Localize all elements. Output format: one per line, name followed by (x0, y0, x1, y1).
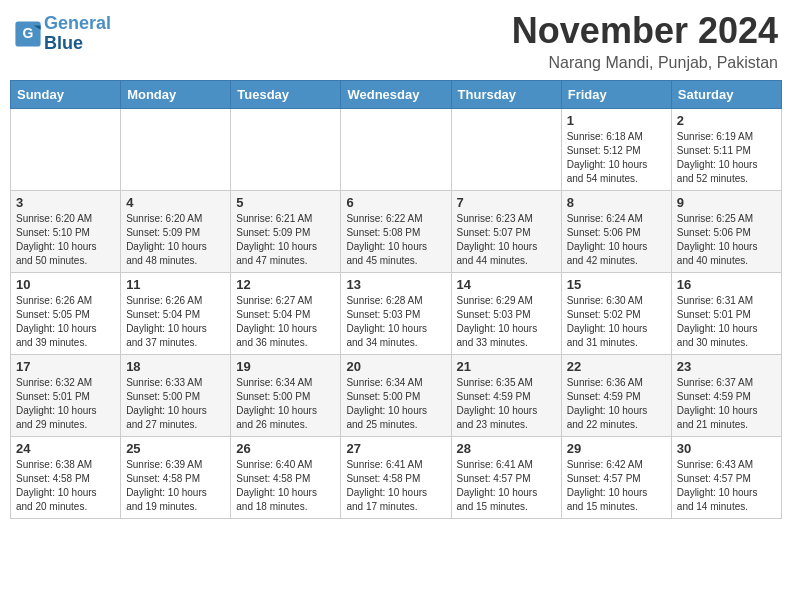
day-number: 13 (346, 277, 445, 292)
day-number: 6 (346, 195, 445, 210)
calendar-cell (121, 109, 231, 191)
weekday-header-cell: Thursday (451, 81, 561, 109)
calendar-cell: 14Sunrise: 6:29 AM Sunset: 5:03 PM Dayli… (451, 273, 561, 355)
day-info: Sunrise: 6:35 AM Sunset: 4:59 PM Dayligh… (457, 376, 556, 432)
calendar-cell (451, 109, 561, 191)
weekday-header-cell: Tuesday (231, 81, 341, 109)
location-subtitle: Narang Mandi, Punjab, Pakistan (512, 54, 778, 72)
day-number: 3 (16, 195, 115, 210)
day-number: 25 (126, 441, 225, 456)
day-number: 16 (677, 277, 776, 292)
day-number: 1 (567, 113, 666, 128)
weekday-header-cell: Saturday (671, 81, 781, 109)
calendar-cell: 28Sunrise: 6:41 AM Sunset: 4:57 PM Dayli… (451, 437, 561, 519)
day-number: 21 (457, 359, 556, 374)
day-number: 14 (457, 277, 556, 292)
day-info: Sunrise: 6:27 AM Sunset: 5:04 PM Dayligh… (236, 294, 335, 350)
day-info: Sunrise: 6:24 AM Sunset: 5:06 PM Dayligh… (567, 212, 666, 268)
logo-line2: Blue (44, 33, 83, 53)
day-info: Sunrise: 6:34 AM Sunset: 5:00 PM Dayligh… (236, 376, 335, 432)
calendar-cell: 21Sunrise: 6:35 AM Sunset: 4:59 PM Dayli… (451, 355, 561, 437)
day-number: 27 (346, 441, 445, 456)
day-number: 11 (126, 277, 225, 292)
weekday-header-cell: Monday (121, 81, 231, 109)
calendar-cell: 8Sunrise: 6:24 AM Sunset: 5:06 PM Daylig… (561, 191, 671, 273)
day-info: Sunrise: 6:40 AM Sunset: 4:58 PM Dayligh… (236, 458, 335, 514)
weekday-header-cell: Sunday (11, 81, 121, 109)
calendar-cell: 7Sunrise: 6:23 AM Sunset: 5:07 PM Daylig… (451, 191, 561, 273)
day-info: Sunrise: 6:23 AM Sunset: 5:07 PM Dayligh… (457, 212, 556, 268)
day-info: Sunrise: 6:25 AM Sunset: 5:06 PM Dayligh… (677, 212, 776, 268)
day-info: Sunrise: 6:37 AM Sunset: 4:59 PM Dayligh… (677, 376, 776, 432)
calendar-cell: 27Sunrise: 6:41 AM Sunset: 4:58 PM Dayli… (341, 437, 451, 519)
calendar-week-row: 24Sunrise: 6:38 AM Sunset: 4:58 PM Dayli… (11, 437, 782, 519)
calendar-table: SundayMondayTuesdayWednesdayThursdayFrid… (10, 80, 782, 519)
day-number: 23 (677, 359, 776, 374)
day-number: 9 (677, 195, 776, 210)
calendar-cell: 16Sunrise: 6:31 AM Sunset: 5:01 PM Dayli… (671, 273, 781, 355)
day-number: 2 (677, 113, 776, 128)
calendar-cell: 11Sunrise: 6:26 AM Sunset: 5:04 PM Dayli… (121, 273, 231, 355)
month-year-title: November 2024 (512, 10, 778, 52)
calendar-cell: 29Sunrise: 6:42 AM Sunset: 4:57 PM Dayli… (561, 437, 671, 519)
calendar-cell: 26Sunrise: 6:40 AM Sunset: 4:58 PM Dayli… (231, 437, 341, 519)
day-number: 19 (236, 359, 335, 374)
day-info: Sunrise: 6:42 AM Sunset: 4:57 PM Dayligh… (567, 458, 666, 514)
day-info: Sunrise: 6:26 AM Sunset: 5:04 PM Dayligh… (126, 294, 225, 350)
calendar-cell: 5Sunrise: 6:21 AM Sunset: 5:09 PM Daylig… (231, 191, 341, 273)
day-info: Sunrise: 6:20 AM Sunset: 5:10 PM Dayligh… (16, 212, 115, 268)
day-number: 5 (236, 195, 335, 210)
calendar-cell: 22Sunrise: 6:36 AM Sunset: 4:59 PM Dayli… (561, 355, 671, 437)
calendar-week-row: 3Sunrise: 6:20 AM Sunset: 5:10 PM Daylig… (11, 191, 782, 273)
weekday-header-row: SundayMondayTuesdayWednesdayThursdayFrid… (11, 81, 782, 109)
calendar-cell: 15Sunrise: 6:30 AM Sunset: 5:02 PM Dayli… (561, 273, 671, 355)
calendar-cell: 2Sunrise: 6:19 AM Sunset: 5:11 PM Daylig… (671, 109, 781, 191)
calendar-week-row: 17Sunrise: 6:32 AM Sunset: 5:01 PM Dayli… (11, 355, 782, 437)
calendar-cell: 6Sunrise: 6:22 AM Sunset: 5:08 PM Daylig… (341, 191, 451, 273)
logo-line1: General (44, 13, 111, 33)
day-info: Sunrise: 6:20 AM Sunset: 5:09 PM Dayligh… (126, 212, 225, 268)
calendar-cell: 17Sunrise: 6:32 AM Sunset: 5:01 PM Dayli… (11, 355, 121, 437)
calendar-cell (341, 109, 451, 191)
day-info: Sunrise: 6:38 AM Sunset: 4:58 PM Dayligh… (16, 458, 115, 514)
day-number: 15 (567, 277, 666, 292)
calendar-cell: 18Sunrise: 6:33 AM Sunset: 5:00 PM Dayli… (121, 355, 231, 437)
day-info: Sunrise: 6:43 AM Sunset: 4:57 PM Dayligh… (677, 458, 776, 514)
day-number: 29 (567, 441, 666, 456)
calendar-cell: 9Sunrise: 6:25 AM Sunset: 5:06 PM Daylig… (671, 191, 781, 273)
day-number: 4 (126, 195, 225, 210)
day-number: 18 (126, 359, 225, 374)
day-number: 20 (346, 359, 445, 374)
day-info: Sunrise: 6:31 AM Sunset: 5:01 PM Dayligh… (677, 294, 776, 350)
day-info: Sunrise: 6:26 AM Sunset: 5:05 PM Dayligh… (16, 294, 115, 350)
page-header: G General Blue November 2024 Narang Mand… (10, 10, 782, 72)
day-info: Sunrise: 6:32 AM Sunset: 5:01 PM Dayligh… (16, 376, 115, 432)
day-info: Sunrise: 6:19 AM Sunset: 5:11 PM Dayligh… (677, 130, 776, 186)
day-info: Sunrise: 6:29 AM Sunset: 5:03 PM Dayligh… (457, 294, 556, 350)
calendar-cell: 3Sunrise: 6:20 AM Sunset: 5:10 PM Daylig… (11, 191, 121, 273)
day-info: Sunrise: 6:33 AM Sunset: 5:00 PM Dayligh… (126, 376, 225, 432)
calendar-cell: 24Sunrise: 6:38 AM Sunset: 4:58 PM Dayli… (11, 437, 121, 519)
day-info: Sunrise: 6:41 AM Sunset: 4:57 PM Dayligh… (457, 458, 556, 514)
day-info: Sunrise: 6:18 AM Sunset: 5:12 PM Dayligh… (567, 130, 666, 186)
calendar-cell: 10Sunrise: 6:26 AM Sunset: 5:05 PM Dayli… (11, 273, 121, 355)
calendar-week-row: 1Sunrise: 6:18 AM Sunset: 5:12 PM Daylig… (11, 109, 782, 191)
day-number: 8 (567, 195, 666, 210)
day-number: 17 (16, 359, 115, 374)
day-info: Sunrise: 6:36 AM Sunset: 4:59 PM Dayligh… (567, 376, 666, 432)
svg-text:G: G (23, 25, 34, 41)
calendar-cell (11, 109, 121, 191)
calendar-cell: 13Sunrise: 6:28 AM Sunset: 5:03 PM Dayli… (341, 273, 451, 355)
logo-icon: G (14, 20, 42, 48)
calendar-cell: 4Sunrise: 6:20 AM Sunset: 5:09 PM Daylig… (121, 191, 231, 273)
calendar-cell: 23Sunrise: 6:37 AM Sunset: 4:59 PM Dayli… (671, 355, 781, 437)
calendar-body: 1Sunrise: 6:18 AM Sunset: 5:12 PM Daylig… (11, 109, 782, 519)
day-info: Sunrise: 6:21 AM Sunset: 5:09 PM Dayligh… (236, 212, 335, 268)
calendar-cell: 1Sunrise: 6:18 AM Sunset: 5:12 PM Daylig… (561, 109, 671, 191)
day-number: 22 (567, 359, 666, 374)
weekday-header-cell: Wednesday (341, 81, 451, 109)
calendar-cell: 12Sunrise: 6:27 AM Sunset: 5:04 PM Dayli… (231, 273, 341, 355)
day-info: Sunrise: 6:30 AM Sunset: 5:02 PM Dayligh… (567, 294, 666, 350)
day-number: 12 (236, 277, 335, 292)
day-number: 7 (457, 195, 556, 210)
